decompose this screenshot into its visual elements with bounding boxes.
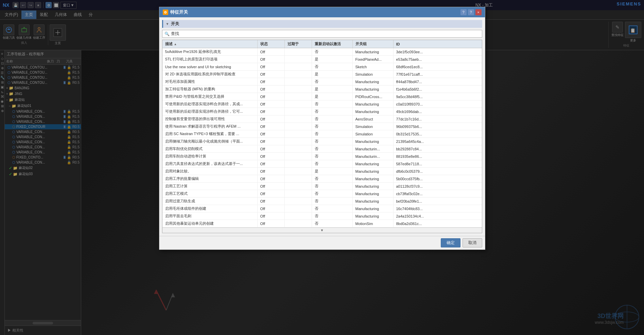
table-row[interactable]: 启用工艺计算 Off 否 Manufacturing a01128cf37c9.… bbox=[162, 183, 482, 190]
td-group: Manufacturing bbox=[353, 175, 394, 182]
td-status: Off bbox=[258, 56, 285, 63]
table-row[interactable]: 加工特征导航器 (MFN) 的重构 Off 是 Manufacturing f1… bbox=[162, 86, 482, 93]
td-desc: 启用平面去毛刺 bbox=[162, 212, 258, 220]
dialog-body: ▼ 开关 🔍 查找 描述 ▲ bbox=[159, 17, 485, 236]
td-desc: 加工特征导航器 (MFN) 的重构 bbox=[162, 86, 258, 93]
table-row[interactable]: 5xAdditive Pre1926 延伸和孔填充 Off 否 Manufact… bbox=[162, 48, 482, 56]
table-row[interactable]: 使用 Nastran 求解器语言导引程序的 AFEM ... Off 否 Sim… bbox=[162, 123, 482, 130]
table-row[interactable]: 禁用 P&ID 与管线布置之间交叉选择 Off 是 PIDRoutCross..… bbox=[162, 93, 482, 100]
td-expires bbox=[285, 130, 312, 137]
td-desc: 启用侧倾刀轴光顺以最小化或抛光倒倾（平面... bbox=[162, 138, 258, 145]
table-row[interactable]: 启用车削自动进给率计算 Off 否 Manufacturin... 881935… bbox=[162, 153, 482, 160]
td-desc: Use the new solver and UI for sketching bbox=[162, 63, 258, 70]
table-row[interactable]: 可使用新的后处理器实现涉料合并路径，它可... Off 否 Manufactur… bbox=[162, 108, 482, 115]
td-desc: 启用 SC Nastran TYPE=3 螺栓预紧，需要 ... bbox=[162, 130, 258, 137]
th-id[interactable]: ID bbox=[394, 40, 482, 48]
table-row[interactable]: 对 2D 体选项应用圆柱系统并抑制平面检查 Off 是 Simulation 7… bbox=[162, 71, 482, 78]
td-desc: 可使用新的后处理器实现涉料合并路径，其成... bbox=[162, 100, 258, 108]
td-group: MotionSim bbox=[353, 220, 394, 227]
td-restart: 否 bbox=[312, 138, 353, 145]
td-expires bbox=[285, 123, 312, 130]
td-desc: 可使用新的后处理器实现涉料合并路径，它可... bbox=[162, 108, 258, 115]
table-row[interactable]: 启用对象比较。 Off 是 Manufacturing dfb6c0c05379… bbox=[162, 168, 482, 175]
td-status: Off bbox=[258, 123, 285, 130]
td-desc: 禁用 P&ID 与管线布置之间交叉选择 bbox=[162, 93, 258, 100]
td-id: 16c7404fdc83... bbox=[394, 205, 482, 212]
table-scroll-arrow[interactable]: ▼ bbox=[162, 227, 482, 233]
dialog-close-btn[interactable]: × bbox=[475, 9, 482, 15]
td-group: Manufacturin... bbox=[353, 145, 394, 152]
table-row[interactable]: 启用侧倾刀轴光顺以最小化或抛光倒倾（平面... Off 否 Manufactur… bbox=[162, 138, 482, 145]
td-id: 2a4a150134c4... bbox=[394, 212, 482, 220]
td-expires bbox=[285, 56, 312, 63]
td-id: 881935e8e86... bbox=[394, 153, 482, 160]
table-row[interactable]: 启用 SC Nastran TYPE=3 螺栓预紧，需要 ... Off 否 S… bbox=[162, 130, 482, 138]
table-row[interactable]: 启用平面去毛刺 Off 否 Manufacturing 2a4a150134c4… bbox=[162, 212, 482, 220]
table-row[interactable]: 启用车削优化切削模式 Off 否 Manufacturin... bb29288… bbox=[162, 145, 482, 153]
table-row[interactable]: 启用工序的批量编辑 Off 否 Manufacturing 5b00ccd375… bbox=[162, 175, 482, 183]
td-restart: 否 bbox=[312, 160, 353, 167]
table-row[interactable]: 启用过渡刀轨生成 Off 否 Manufacturing bef20ba39fe… bbox=[162, 198, 482, 205]
th-expires[interactable]: 过期于 bbox=[285, 40, 312, 48]
table-row[interactable]: 启用工艺模式 Off 否 Manufacturing cb73ffaf3c02e… bbox=[162, 190, 482, 198]
td-group: Manufacturing bbox=[353, 108, 394, 115]
td-expires bbox=[285, 100, 312, 108]
td-status: Off bbox=[258, 100, 285, 108]
th-restart[interactable]: 重新启动以激活 bbox=[312, 40, 353, 48]
td-status: Off bbox=[258, 175, 285, 182]
td-restart: 否 bbox=[312, 130, 353, 137]
table-row[interactable]: 可使用新的后处理器实现涉料合并路径，其成... Off 否 Manufactur… bbox=[162, 100, 482, 108]
table-row[interactable]: 启用刀具直径表达式的更新，该表达式基于一... Off 否 Manufactur… bbox=[162, 160, 482, 168]
th-group[interactable]: 开关组 bbox=[353, 40, 394, 48]
td-restart: 否 bbox=[312, 145, 353, 152]
table-body: 5xAdditive Pre1926 延伸和孔填充 Off 否 Manufact… bbox=[162, 48, 482, 227]
dialog-question-btn[interactable]: ? bbox=[468, 9, 474, 15]
table-row[interactable]: STL 打印机上的原型及打印选项 Off 是 FixedPlaneAd... e… bbox=[162, 56, 482, 63]
table-row[interactable]: 对毛坯添加面属性 Off 否 Manufacturing ff44a878bd4… bbox=[162, 78, 482, 86]
cancel-button[interactable]: 取消 bbox=[463, 238, 482, 247]
th-status[interactable]: 状态 bbox=[258, 40, 285, 48]
td-group: FixedPlaneAd... bbox=[353, 56, 394, 63]
td-desc: 对毛坯添加面属性 bbox=[162, 78, 258, 85]
td-id: e53a8c75aeb... bbox=[394, 56, 482, 63]
th-description[interactable]: 描述 ▲ bbox=[162, 40, 258, 48]
td-desc: 控制修剪变量管理器的弹出项可用性 bbox=[162, 115, 258, 123]
section-arrow: ▼ bbox=[166, 22, 169, 26]
table-row[interactable]: 启用毛坯体或组件的创建 Off 否 Manufacturing 16c7404f… bbox=[162, 205, 482, 212]
td-restart: 是 bbox=[312, 56, 353, 63]
td-restart: 否 bbox=[312, 108, 353, 115]
td-status: Off bbox=[258, 153, 285, 160]
td-expires bbox=[285, 86, 312, 93]
td-desc: 启用工序的批量编辑 bbox=[162, 175, 258, 182]
search-input[interactable] bbox=[182, 32, 480, 36]
td-desc: 对 2D 体选项应用圆柱系统并抑制平面检查 bbox=[162, 71, 258, 78]
td-expires bbox=[285, 93, 312, 100]
td-status: Off bbox=[258, 108, 285, 115]
td-expires bbox=[285, 153, 312, 160]
td-id: a01128cf37c9... bbox=[394, 183, 482, 190]
td-status: Off bbox=[258, 168, 285, 175]
td-status: Off bbox=[258, 86, 285, 93]
td-id: 9a5cc38d48f5... bbox=[394, 93, 482, 100]
dialog-help-btn[interactable]: ? bbox=[460, 9, 467, 15]
td-expires bbox=[285, 71, 312, 78]
table-row[interactable]: Use the new solver and UI for sketching … bbox=[162, 63, 482, 71]
td-restart: 否 bbox=[312, 63, 353, 70]
td-group: Manufacturing bbox=[353, 190, 394, 197]
td-expires bbox=[285, 145, 312, 152]
td-group: Manufacturin... bbox=[353, 153, 394, 160]
td-status: Off bbox=[258, 115, 285, 123]
table-row[interactable]: 启用其他暴架运动单元的创建 Off 否 MotionSim 8bd0a2d361… bbox=[162, 220, 482, 227]
td-restart: 否 bbox=[312, 212, 353, 220]
td-group: Manufacturing bbox=[353, 212, 394, 220]
feature-switch-dialog: ⚙ 特征开关 ? ? × ▼ 开关 🔍 查找 bbox=[159, 7, 485, 250]
td-group: Simulation bbox=[353, 71, 394, 78]
td-id: bb292887c84... bbox=[394, 145, 482, 152]
td-id: 49cb1696dab... bbox=[394, 108, 482, 115]
td-status: Off bbox=[258, 212, 285, 220]
td-expires bbox=[285, 48, 312, 55]
ok-button[interactable]: 确定 bbox=[441, 238, 460, 247]
table-row[interactable]: 控制修剪变量管理器的弹出项可用性 Off 否 AeroStruct 77dc1b… bbox=[162, 115, 482, 123]
td-status: Off bbox=[258, 78, 285, 85]
td-id: 3de1f5c093ee... bbox=[394, 48, 482, 55]
